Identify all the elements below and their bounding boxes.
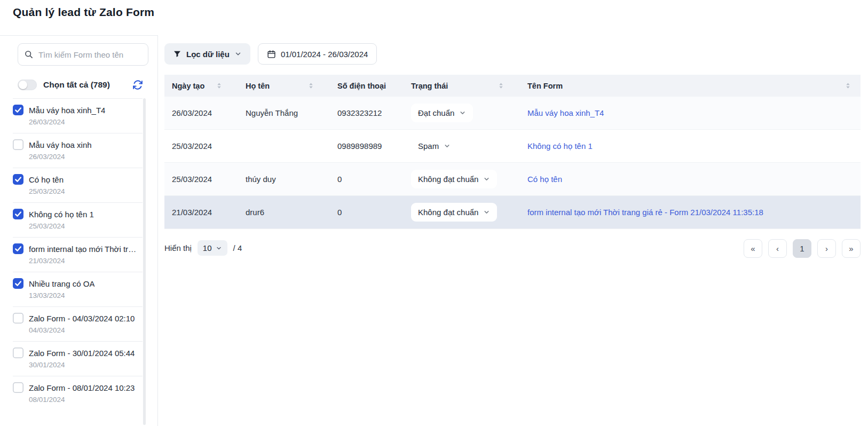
sort-icon	[216, 82, 222, 89]
column-label: Số điện thoại	[337, 82, 386, 90]
page-size-value: 10	[203, 243, 212, 253]
column-header-form-name[interactable]: Tên Form	[520, 82, 861, 90]
cell-phone: 0	[330, 208, 404, 217]
status-dropdown[interactable]: Không đạt chuẩn	[411, 170, 497, 188]
column-label: Họ tên	[246, 82, 270, 90]
form-checkbox[interactable]	[13, 313, 23, 324]
form-link[interactable]: form internal tạo mới Thời trang giá rẻ …	[527, 208, 763, 217]
cell-created-date: 21/03/2024	[164, 208, 238, 217]
table-row: 21/03/2024 drur6 0 Không đạt chuẩn form …	[164, 196, 861, 229]
table-row: 26/03/2024 Nguyễn Thắng 0932323212 Đạt c…	[164, 97, 861, 130]
show-label: Hiển thị	[164, 243, 192, 253]
calendar-icon	[267, 50, 276, 59]
page-button-glyph: «	[751, 244, 755, 253]
funnel-icon	[173, 50, 182, 58]
date-range-button[interactable]: 01/01/2024 - 26/03/2024	[258, 43, 377, 65]
column-header-full-name[interactable]: Họ tên	[238, 82, 330, 90]
search-input[interactable]	[38, 50, 141, 59]
cell-status: Không đạt chuẩn	[404, 203, 520, 222]
filter-label: Lọc dữ liệu	[186, 50, 230, 59]
cell-phone: 0	[330, 175, 404, 184]
column-label: Ngày tạo	[172, 82, 204, 90]
form-list-item[interactable]: form internal tạo mới Thời tran... 21/03…	[13, 237, 143, 272]
cell-status: Spam	[404, 137, 520, 155]
cell-status: Không đạt chuẩn	[404, 170, 520, 188]
toolbar: Lọc dữ liệu 01/01/2024 - 26/03/2024	[164, 43, 377, 65]
chevron-down-icon	[459, 109, 466, 116]
check-icon	[14, 106, 22, 114]
total-pages-label: / 4	[233, 243, 242, 253]
cell-full-name: drur6	[238, 208, 330, 217]
form-list-item[interactable]: Zalo Form - 30/01/2024 05:44 30/01/2024	[13, 341, 143, 376]
form-checkbox[interactable]	[13, 348, 23, 358]
form-link[interactable]: Mẫu váy hoa xinh_T4	[527, 108, 604, 117]
column-header-status[interactable]: Trạng thái	[404, 82, 520, 90]
cell-form-name: Không có họ tên 1	[520, 141, 861, 151]
cell-created-date: 26/03/2024	[164, 108, 238, 117]
status-dropdown[interactable]: Không đạt chuẩn	[411, 203, 497, 222]
column-header-phone[interactable]: Số điện thoại	[330, 82, 404, 90]
filter-data-button[interactable]: Lọc dữ liệu	[164, 43, 250, 65]
page-size-select[interactable]: 10	[198, 240, 227, 256]
toggle-knob	[19, 81, 27, 89]
form-link[interactable]: Không có họ tên 1	[527, 141, 593, 151]
column-header-created[interactable]: Ngày tạo	[164, 82, 238, 90]
form-item-name: Mẫu váy hoa xinh	[29, 140, 92, 149]
status-dropdown[interactable]: Spam	[411, 137, 457, 155]
prev-page-button[interactable]: ‹	[768, 239, 787, 258]
table-row: 25/03/2024 thúy duy 0 Không đạt chuẩn Có…	[164, 163, 861, 196]
form-item-date: 21/03/2024	[29, 257, 143, 265]
first-page-button[interactable]: «	[744, 239, 762, 258]
check-icon	[14, 210, 22, 218]
sidebar-scrollbar[interactable]	[143, 98, 146, 425]
form-checkbox[interactable]	[13, 139, 23, 150]
sort-icon	[498, 82, 504, 89]
form-list-item[interactable]: Không có họ tên 1 25/03/2024	[13, 202, 143, 237]
refresh-icon[interactable]	[132, 80, 143, 90]
date-range-label: 01/01/2024 - 26/03/2024	[281, 50, 368, 59]
form-item-name: Zalo Form - 08/01/2024 10:23	[29, 383, 135, 392]
status-label: Không đạt chuẩn	[418, 175, 478, 184]
select-all-row: Chọn tất cả (789)	[18, 77, 143, 92]
form-item-name: form internal tạo mới Thời tran...	[29, 244, 138, 254]
status-dropdown[interactable]: Đạt chuẩn	[411, 104, 473, 122]
chevron-down-icon	[444, 143, 451, 149]
form-item-name: Zalo Form - 30/01/2024 05:44	[29, 349, 135, 358]
form-list-item[interactable]: Zalo Form - 08/01/2024 10:23 08/01/2024	[13, 376, 143, 411]
form-link[interactable]: Có họ tên	[527, 175, 562, 184]
form-list-item[interactable]: Nhiều trang có OA 13/03/2024	[13, 272, 143, 306]
status-label: Spam	[418, 141, 439, 151]
form-item-name: Không có họ tên 1	[29, 210, 94, 219]
form-item-date: 13/03/2024	[29, 291, 143, 299]
page-size-control: Hiển thị 10 / 4	[164, 240, 242, 256]
leads-table: Ngày tạo Họ tên Số điện thoại Trạng thái	[164, 75, 861, 229]
form-list-item[interactable]: Zalo Form - 04/03/2024 02:10 04/03/2024	[13, 306, 143, 341]
page-button-glyph: ›	[825, 244, 828, 253]
sort-icon	[308, 82, 314, 89]
select-all-toggle[interactable]	[18, 80, 37, 90]
next-page-button[interactable]: ›	[817, 239, 836, 258]
form-checkbox[interactable]	[13, 174, 23, 185]
form-item-date: 26/03/2024	[29, 153, 143, 161]
last-page-button[interactable]: »	[842, 239, 861, 258]
form-item-name: Zalo Form - 04/03/2024 02:10	[29, 314, 135, 323]
lead-manager-page: Quản lý lead từ Zalo Form Chọn tất cả (7…	[0, 0, 868, 426]
form-item-date: 26/03/2024	[29, 118, 143, 126]
sort-icon	[845, 82, 851, 89]
form-checkbox[interactable]	[13, 382, 23, 393]
form-search-box	[18, 43, 148, 66]
cell-form-name: Có họ tên	[520, 175, 861, 184]
column-label: Trạng thái	[411, 82, 448, 90]
page-1-button[interactable]: 1	[793, 239, 811, 258]
form-item-name: Nhiều trang có OA	[29, 279, 94, 288]
form-list-item[interactable]: Mẫu váy hoa xinh 26/03/2024	[13, 133, 143, 168]
chevron-down-icon	[483, 209, 490, 216]
form-checkbox[interactable]	[13, 278, 23, 289]
form-checkbox[interactable]	[13, 209, 23, 219]
form-list-item[interactable]: Có họ tên 25/03/2024	[13, 168, 143, 202]
form-checkbox[interactable]	[13, 243, 23, 254]
form-list: Mẫu váy hoa xinh_T4 26/03/2024 Mẫu váy h…	[13, 98, 143, 411]
form-list-item[interactable]: Mẫu váy hoa xinh_T4 26/03/2024	[13, 98, 143, 133]
form-checkbox[interactable]	[13, 105, 23, 115]
check-icon	[14, 279, 22, 288]
